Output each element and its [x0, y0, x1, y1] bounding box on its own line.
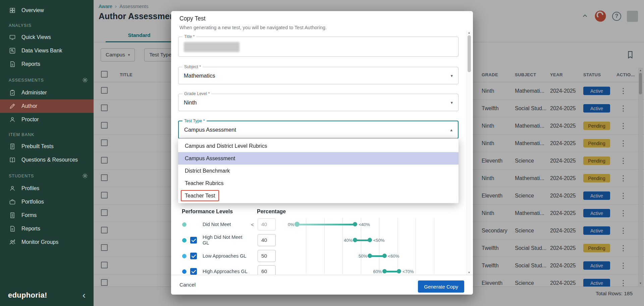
generate-copy-button[interactable]: Generate Copy	[418, 280, 464, 293]
title-field[interactable]: Title *	[178, 37, 459, 57]
people-add-icon	[9, 238, 16, 246]
range-slider: 40% <50%	[278, 233, 460, 248]
sidebar: Overview ANALYSIS Quick Views Data Views…	[0, 0, 94, 306]
scrollbar-thumb[interactable]	[468, 35, 471, 72]
sidebar-item-administer[interactable]: Administer	[0, 86, 94, 99]
slider-handle[interactable]	[382, 254, 387, 258]
sidebar-item-portfolios[interactable]: Portfolios	[0, 195, 94, 209]
pencil-icon	[9, 102, 16, 110]
sidebar-collapse-icon[interactable]: ‹	[80, 292, 88, 299]
option-teacher-test[interactable]: Teacher Test	[178, 189, 459, 202]
briefcase-icon	[9, 198, 16, 206]
modal-subtitle: When generating a new test, you will be …	[179, 25, 327, 30]
level-color-dot	[182, 222, 186, 227]
sidebar-item-questions-resources[interactable]: Questions & Resources	[0, 153, 94, 167]
sidebar-section-assessments: ASSESSMENTS	[0, 71, 94, 86]
clipboard-check-icon	[9, 89, 16, 96]
document-icon	[9, 60, 16, 68]
sidebar-item-monitor-groups[interactable]: Monitor Groups	[0, 235, 94, 249]
sidebar-item-author[interactable]: Author	[0, 99, 94, 113]
modal-scrollbar: ▲ ▼	[467, 31, 471, 275]
scroll-up-icon[interactable]: ▲	[467, 31, 471, 34]
percentage-input[interactable]	[258, 234, 276, 246]
sidebar-item-reports-students[interactable]: Reports	[0, 222, 94, 235]
copy-test-dialog: Copy Test When generating a new test, yo…	[171, 11, 473, 295]
slider-handle[interactable]	[294, 222, 300, 227]
grade-level-select[interactable]: Grade Level * Ninth ▾	[178, 94, 459, 111]
sidebar-item-overview[interactable]: Overview	[0, 4, 94, 17]
slider-handle[interactable]	[382, 269, 387, 273]
sidebar-section-analysis: ANALYSIS	[0, 17, 94, 31]
document-lines-icon	[9, 143, 16, 150]
less-than-symbol: <	[251, 222, 254, 227]
dashboard-icon	[9, 7, 16, 14]
scroll-down-icon[interactable]: ▼	[467, 271, 471, 274]
caret-down-icon: ▾	[450, 73, 453, 78]
sidebar-item-data-views-bank[interactable]: Data Views Bank	[0, 44, 94, 57]
level-color-dot	[182, 238, 186, 243]
level-color-dot	[182, 254, 186, 258]
option-campus-district-rubrics[interactable]: Campus and District Level Rubrics	[178, 140, 459, 152]
option-teacher-rubrics[interactable]: Teacher Rubrics	[178, 177, 459, 189]
range-slider: 50% <60%	[278, 249, 460, 263]
level-checkbox[interactable]	[190, 237, 197, 244]
sidebar-item-proctor[interactable]: Proctor	[0, 113, 94, 126]
book-icon	[9, 156, 16, 164]
level-checkbox[interactable]	[190, 253, 197, 259]
person-icon	[9, 185, 16, 192]
form-icon	[9, 212, 16, 219]
slider-handle[interactable]	[368, 238, 372, 242]
performance-row-did-not-meet: Did Not Meet < 0% <40%	[171, 217, 466, 232]
slider-handle[interactable]	[368, 254, 372, 258]
subject-select[interactable]: Subject * Mathematics ▾	[178, 67, 459, 84]
annotation-highlight-box: Teacher Test	[181, 190, 219, 201]
slider-handle[interactable]	[353, 222, 357, 226]
gear-icon[interactable]	[82, 173, 88, 179]
modal-footer: Cancel Generate Copy	[171, 275, 473, 295]
test-type-select[interactable]: Test Type * Campus Assessment ▴	[178, 121, 459, 139]
search-box-icon	[9, 47, 16, 54]
cancel-button[interactable]: Cancel	[179, 282, 196, 288]
level-color-dot	[182, 269, 186, 274]
performance-levels-section: Performance Levels Percentage Did Not Me…	[171, 206, 473, 280]
sidebar-item-forms[interactable]: Forms	[0, 209, 94, 222]
modal-title: Copy Test	[179, 15, 206, 22]
sidebar-item-prebuilt-tests[interactable]: Prebuilt Tests	[0, 140, 94, 153]
caret-up-icon: ▴	[450, 127, 452, 132]
sidebar-item-quick-views[interactable]: Quick Views	[0, 31, 94, 44]
eduphoria-logo: eduphoria!	[8, 291, 47, 300]
sidebar-section-item-bank: ITEM BANK	[0, 126, 94, 140]
level-checkbox[interactable]	[190, 268, 197, 275]
slider-handle[interactable]	[353, 238, 357, 242]
performance-row-high-did-not-meet: High Did Not Meet GL 40% <50%	[171, 233, 466, 248]
sidebar-item-reports-analysis[interactable]: Reports	[0, 57, 94, 71]
monitor-icon	[9, 34, 16, 41]
person-icon	[9, 116, 16, 123]
sidebar-item-profiles[interactable]: Profiles	[0, 182, 94, 195]
option-campus-assessment[interactable]: Campus Assessment	[178, 152, 459, 165]
gear-icon[interactable]	[82, 77, 88, 83]
range-slider: 0% <40%	[278, 217, 460, 232]
caret-down-icon: ▾	[450, 100, 453, 105]
slider-handle[interactable]	[397, 269, 401, 273]
percentage-input	[258, 218, 276, 230]
sidebar-item-label: Overview	[21, 7, 44, 13]
option-district-benchmark[interactable]: District Benchmark	[178, 165, 459, 177]
test-type-menu: Campus and District Level Rubrics Campus…	[178, 138, 459, 203]
document-icon	[9, 225, 16, 232]
sidebar-section-students: STUDENTS	[0, 167, 94, 182]
redacted-title-value	[184, 42, 239, 52]
performance-row-low-approaches: Low Approaches GL 50% <60%	[171, 249, 466, 263]
percentage-input[interactable]	[258, 250, 276, 262]
performance-levels-heading: Performance Levels	[182, 209, 233, 215]
percentage-heading: Percentage	[257, 209, 286, 215]
